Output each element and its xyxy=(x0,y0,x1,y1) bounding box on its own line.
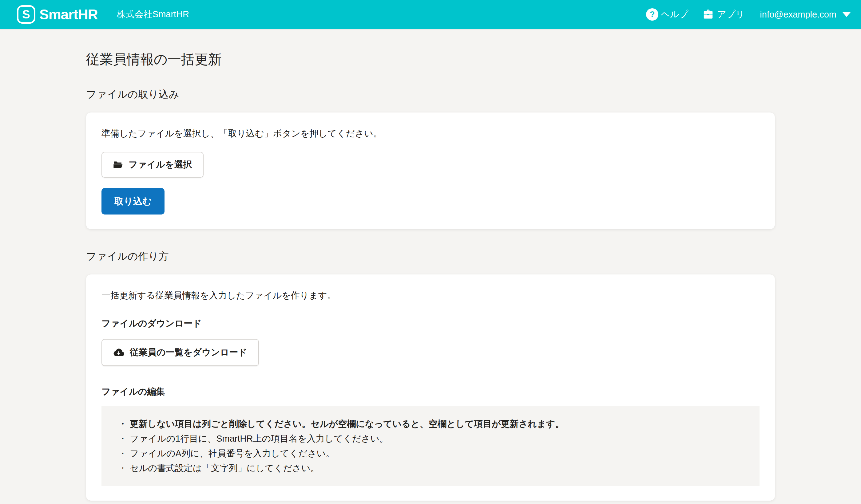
download-employees-button-label: 従業員の一覧をダウンロード xyxy=(130,346,247,359)
create-description: 一括更新する従業員情報を入力したファイルを作ります。 xyxy=(101,289,760,302)
page-title: 従業員情報の一括更新 xyxy=(86,29,775,69)
help-label: ヘルプ xyxy=(661,8,688,20)
smarthr-logo-mark-icon: S xyxy=(17,5,36,24)
company-name: 株式会社SmartHR xyxy=(117,8,189,20)
import-card: 準備したファイルを選択し、「取り込む」ボタンを押してください。 ファイルを選択 … xyxy=(86,112,775,229)
create-card: 一括更新する従業員情報を入力したファイルを作ります。 ファイルのダウンロード 従… xyxy=(86,275,775,501)
select-file-button-label: ファイルを選択 xyxy=(128,158,192,171)
account-email: info@example.com xyxy=(760,10,836,20)
briefcase-icon xyxy=(702,9,714,20)
import-section-heading: ファイルの取り込み xyxy=(86,87,775,101)
edit-note-item: ファイルの1行目に、SmartHR上の項目名を入力してください。 xyxy=(119,431,750,446)
account-menu[interactable]: info@example.com xyxy=(760,10,850,20)
download-subheading: ファイルのダウンロード xyxy=(101,318,760,330)
edit-subheading: ファイルの編集 xyxy=(101,386,760,398)
apps-link[interactable]: アプリ xyxy=(702,8,744,20)
app-header: S SmartHR 株式会社SmartHR ? ヘルプ アプリ info@exa… xyxy=(0,0,861,29)
edit-note-item: セルの書式設定は「文字列」にしてください。 xyxy=(119,461,750,475)
edit-notes-box: 更新しない項目は列ごと削除してください。セルが空欄になっていると、空欄として項目… xyxy=(101,406,760,486)
cloud-download-icon xyxy=(113,347,124,358)
smarthr-logo-text: SmartHR xyxy=(39,6,98,23)
help-link[interactable]: ? ヘルプ xyxy=(646,8,688,20)
edit-notes-list: 更新しない項目は列ごと削除してください。セルが空欄になっていると、空欄として項目… xyxy=(119,417,750,475)
main-content: 従業員情報の一括更新 ファイルの取り込み 準備したファイルを選択し、「取り込む」… xyxy=(0,29,861,501)
download-employees-button[interactable]: 従業員の一覧をダウンロード xyxy=(101,339,259,366)
caret-down-icon xyxy=(843,12,850,17)
question-circle-icon: ? xyxy=(646,8,658,20)
edit-note-item: ファイルのA列に、社員番号を入力してください。 xyxy=(119,446,750,461)
edit-note-item: 更新しない項目は列ごと削除してください。セルが空欄になっていると、空欄として項目… xyxy=(119,417,750,431)
select-file-button[interactable]: ファイルを選択 xyxy=(101,152,204,178)
create-section-heading: ファイルの作り方 xyxy=(86,250,775,263)
folder-open-icon xyxy=(113,160,123,170)
import-button[interactable]: 取り込む xyxy=(101,188,165,214)
import-description: 準備したファイルを選択し、「取り込む」ボタンを押してください。 xyxy=(101,127,760,140)
smarthr-logo[interactable]: S SmartHR xyxy=(17,5,98,24)
apps-label: アプリ xyxy=(717,8,744,20)
